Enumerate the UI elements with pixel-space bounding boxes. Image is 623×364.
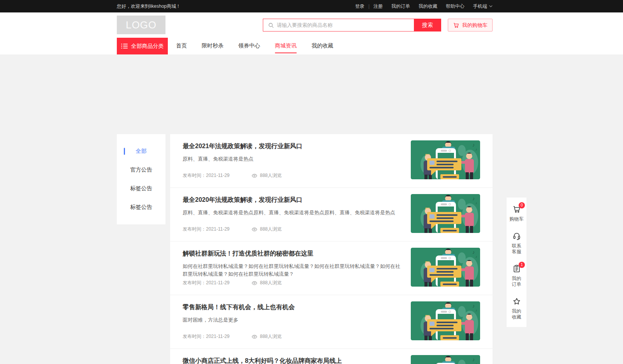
- view-count: 888人浏览: [260, 280, 282, 286]
- article-thumbnail-illustration: ♪ ♪: [411, 194, 480, 233]
- search-button[interactable]: 搜索: [414, 19, 441, 32]
- article-thumbnail: ♪ ♪: [411, 355, 480, 364]
- float-customer-service-label: 联系 客服: [512, 243, 521, 255]
- star-icon: [512, 297, 521, 306]
- float-cart-label: 购物车: [510, 216, 524, 222]
- active-indicator-bar: [124, 148, 125, 155]
- mobile-dropdown-label: 手机端: [473, 3, 487, 10]
- welcome-text: 您好，欢迎来到likeshop商城！: [117, 3, 181, 10]
- publish-time: 发布时间：2021-11-29: [183, 333, 230, 340]
- article-thumbnail-illustration: ♪ ♪: [411, 355, 480, 364]
- svg-text:♪: ♪: [472, 196, 475, 201]
- eye-icon: [252, 173, 257, 178]
- publish-time: 发布时间：2021-11-29: [183, 226, 230, 233]
- article-list: 最全2021年法规政策解读，发现行业新风口 原料、直播、免税渠道将是热点 发布时…: [170, 134, 493, 364]
- chevron-down-icon: [489, 5, 493, 7]
- category-label: 全部: [136, 148, 147, 155]
- headset-icon: [512, 232, 521, 240]
- float-my-orders-label: 我的 订单: [512, 276, 521, 287]
- search-icon: [268, 23, 274, 28]
- article-title[interactable]: 微信小商店正式上线，8大利好吗？化妆品牌商家布局线上: [183, 357, 401, 364]
- svg-text:♪: ♪: [475, 201, 477, 205]
- orders-count-badge: 1: [519, 262, 525, 268]
- my-cart-button[interactable]: 我的购物车: [448, 19, 493, 32]
- nav-item-flash-sale[interactable]: 限时秒杀: [202, 38, 224, 54]
- category-label: 官方公告: [130, 166, 152, 173]
- article-description: 面对困难，方法总是更多: [183, 316, 401, 332]
- article-thumbnail: ♪ ♪: [411, 194, 480, 233]
- nav-item-coupon-center[interactable]: 领券中心: [238, 38, 260, 54]
- svg-text:♪: ♪: [475, 362, 477, 364]
- svg-text:♪: ♪: [475, 308, 477, 312]
- category-item-tag-2[interactable]: 标签公告: [117, 198, 165, 217]
- my-favorites-link[interactable]: 我的收藏: [419, 3, 437, 10]
- float-my-orders-button[interactable]: 我的 订单 1: [507, 259, 526, 292]
- all-categories-label: 全部商品分类: [131, 43, 164, 50]
- topbar-divider: |: [368, 4, 370, 9]
- mobile-dropdown[interactable]: 手机端: [473, 3, 493, 10]
- article-description: 原料、直播、免税渠道将是热点: [183, 155, 401, 171]
- category-item-official[interactable]: 官方公告: [117, 161, 165, 179]
- search-input[interactable]: [277, 19, 414, 31]
- float-cart-button[interactable]: 购物车 0: [507, 200, 526, 227]
- cart-icon: [453, 22, 459, 28]
- register-link[interactable]: 注册: [373, 3, 383, 10]
- article-row[interactable]: 最全2020年法规政策解读，发现行业新风口 原料、直播、免税渠道将是热点原料、直…: [170, 187, 493, 241]
- article-thumbnail: ♪ ♪: [411, 248, 480, 287]
- article-description: 如何在社群里玩转私域流量？如何在社群里玩转私域流量？如何在社群里玩转私域流量？如…: [183, 262, 401, 278]
- logo[interactable]: LOGO: [117, 16, 165, 34]
- publish-time: 发布时间：2021-11-29: [183, 280, 230, 286]
- article-row[interactable]: 微信小商店正式上线，8大利好吗？化妆品牌商家布局线上 发布时间：2021-11-…: [170, 348, 493, 364]
- eye-icon: [252, 334, 257, 339]
- article-thumbnail: ♪ ♪: [411, 140, 480, 179]
- my-orders-link[interactable]: 我的订单: [391, 3, 410, 10]
- category-sidebar: 全部 官方公告 标签公告 标签公告: [117, 134, 165, 224]
- nav-item-home[interactable]: 首页: [176, 38, 187, 54]
- article-row[interactable]: 零售新格局！线下有机会，线上也有机会 面对困难，方法总是更多 发布时间：2021…: [170, 295, 493, 348]
- cart-count-badge: 0: [519, 202, 525, 208]
- my-cart-label: 我的购物车: [462, 22, 487, 29]
- login-link[interactable]: 登录: [355, 3, 364, 10]
- category-item-all[interactable]: 全部: [117, 142, 165, 161]
- topbar: 您好，欢迎来到likeshop商城！ 登录 | 注册 我的订单 我的收藏 帮助中…: [0, 0, 623, 12]
- category-item-tag-1[interactable]: 标签公告: [117, 179, 165, 198]
- search-bar: 搜索: [263, 19, 441, 32]
- svg-text:♪: ♪: [472, 357, 475, 362]
- category-list-icon: [121, 44, 128, 49]
- article-thumbnail-illustration: ♪ ♪: [411, 248, 480, 287]
- article-description: 原料、直播、免税渠道将是热点原料、直播、免税渠道将是热点原料、直播、免税渠道将是…: [183, 209, 401, 224]
- help-center-link[interactable]: 帮助中心: [446, 3, 465, 10]
- article-thumbnail: ♪ ♪: [411, 301, 480, 340]
- publish-time: 发布时间：2021-11-29: [183, 172, 230, 179]
- article-title[interactable]: 最全2021年法规政策解读，发现行业新风口: [183, 142, 401, 150]
- all-categories-button[interactable]: 全部商品分类: [117, 38, 168, 54]
- category-label: 标签公告: [130, 185, 152, 192]
- svg-text:♪: ♪: [475, 147, 477, 151]
- svg-text:♪: ♪: [472, 142, 475, 148]
- article-row[interactable]: 解锁社群新玩法！打造优质社群的秘密都在这里 如何在社群里玩转私域流量？如何在社群…: [170, 241, 493, 295]
- float-customer-service-button[interactable]: 联系 客服: [507, 227, 526, 259]
- article-row[interactable]: 最全2021年法规政策解读，发现行业新风口 原料、直播、免税渠道将是热点 发布时…: [170, 134, 493, 187]
- nav-links: 首页 限时秒杀 领券中心 商城资讯 我的收藏: [176, 38, 333, 54]
- article-title[interactable]: 解锁社群新玩法！打造优质社群的秘密都在这里: [183, 249, 401, 258]
- view-count: 888人浏览: [260, 172, 282, 179]
- nav-item-mall-news[interactable]: 商城资讯: [275, 38, 297, 54]
- nav-item-my-favorites[interactable]: 我的收藏: [312, 38, 333, 54]
- category-label: 标签公告: [130, 204, 152, 211]
- article-title[interactable]: 零售新格局！线下有机会，线上也有机会: [183, 303, 401, 312]
- article-thumbnail-illustration: ♪ ♪: [411, 301, 480, 340]
- view-count: 888人浏览: [260, 333, 282, 340]
- float-my-favorites-label: 我的 收藏: [512, 308, 521, 320]
- article-title[interactable]: 最全2020年法规政策解读，发现行业新风口: [183, 196, 401, 204]
- article-thumbnail-illustration: ♪ ♪: [411, 140, 480, 179]
- header: LOGO 搜索 我的购物车: [0, 12, 623, 38]
- view-count: 888人浏览: [260, 226, 282, 233]
- svg-text:♪: ♪: [475, 255, 477, 259]
- eye-icon: [252, 227, 257, 232]
- svg-text:♪: ♪: [472, 249, 475, 255]
- page-body: 全部 官方公告 标签公告 标签公告 最全2021年法规政策解读，发现行业新风口 …: [0, 54, 623, 364]
- float-my-favorites-button[interactable]: 我的 收藏: [507, 292, 526, 325]
- floating-side-menu: 购物车 0 联系 客服 我的 订单 1 我的 收藏: [507, 198, 526, 327]
- svg-text:♪: ♪: [472, 303, 475, 309]
- main-nav: 全部商品分类 首页 限时秒杀 领券中心 商城资讯 我的收藏: [0, 38, 623, 54]
